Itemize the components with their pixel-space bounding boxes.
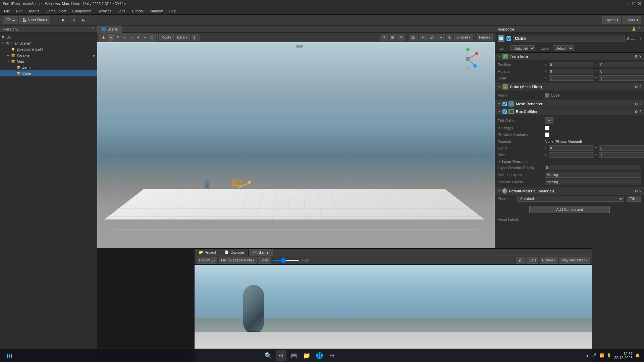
layer-overrides-header[interactable]: ▼ Layer Overrides	[498, 158, 641, 164]
game-stats-btn[interactable]: Stats	[526, 257, 538, 264]
game-scale-slider[interactable]	[272, 260, 299, 261]
tool-rotate[interactable]: ↻	[114, 34, 121, 41]
grid-btn[interactable]: ⊞	[389, 34, 396, 41]
menu-tutorial[interactable]: Tutorial	[129, 8, 146, 14]
transform-settings-icon[interactable]: ⚙	[635, 54, 638, 59]
material-header[interactable]: ▼ Default-Material (Material) ⚙ ?	[495, 187, 644, 195]
mesh-filter-header[interactable]: ▼ ⬡ Cube (Mesh Filter) ⚙ ?	[495, 83, 644, 90]
menu-component[interactable]: Component	[69, 8, 94, 14]
transform-help-icon[interactable]: ?	[639, 54, 641, 59]
rot-x-input[interactable]	[549, 69, 594, 74]
shader-select[interactable]: Standard	[517, 196, 624, 202]
scene-hidden-btn[interactable]: ⊘	[446, 34, 453, 41]
menu-jobs[interactable]: Jobs	[115, 8, 128, 14]
close-btn[interactable]: ✕	[638, 1, 641, 6]
hierarchy-add-icon[interactable]: +	[87, 27, 89, 31]
layer-override-priority-input[interactable]	[545, 165, 641, 170]
mesh-filter-settings-icon[interactable]: ⚙	[635, 85, 638, 89]
transform-header[interactable]: ▼ ⟲ Transform ⚙ ?	[495, 53, 644, 60]
taskbar-mic-icon[interactable]: 🎤	[592, 353, 597, 358]
vfx-btn[interactable]: ✦	[437, 34, 445, 41]
menu-edit[interactable]: Edit	[13, 8, 25, 14]
material-settings-icon[interactable]: ⚙	[635, 189, 638, 193]
scale-y-input[interactable]	[599, 75, 644, 81]
taskbar-network-icon[interactable]: 📶	[599, 353, 604, 358]
gamepad-taskbar-icon[interactable]: 🎮	[288, 350, 299, 361]
snap-settings[interactable]: ⚙	[380, 34, 388, 41]
hierarchy-zemin-row[interactable]: ▶ 📦 Zemin	[0, 64, 97, 70]
hierarchy-scene-row[interactable]: ▼ 🎬 mainScene* ⋮	[0, 40, 97, 46]
box-collider-enabled[interactable]	[502, 109, 507, 114]
hierarchy-dirlight-row[interactable]: ▶ 💡 Directional Light	[0, 46, 97, 52]
tool-custom3[interactable]: ⬡	[148, 34, 155, 41]
mesh-renderer-settings-icon[interactable]: ⚙	[635, 102, 638, 106]
box-collider-settings-icon[interactable]: ⚙	[635, 110, 638, 114]
size-x-input[interactable]	[549, 152, 594, 158]
center-y-input[interactable]	[599, 145, 644, 151]
tab-game[interactable]: 🎮 Game	[249, 249, 273, 256]
view-2d-btn[interactable]: 2D	[409, 34, 418, 41]
tag-select[interactable]: Untagged	[511, 45, 535, 51]
hierarchy-karakter-arrow-right[interactable]: ▶	[93, 54, 96, 57]
size-y-input[interactable]	[599, 152, 644, 158]
hierarchy-cube-row[interactable]: ▶ 📦 Cube	[0, 70, 97, 76]
tool-custom[interactable]: ✦	[135, 34, 142, 41]
taskbar-clock[interactable]: 19:57 22.12.2023	[614, 352, 633, 360]
game-gizmos-btn[interactable]: Gizmos ▾	[540, 257, 558, 264]
hierarchy-menu-icon[interactable]: ⋮	[91, 27, 94, 31]
play-button[interactable]: ▶	[59, 16, 68, 24]
box-collider-help-icon[interactable]: ?	[639, 110, 641, 114]
inspector-lock-icon[interactable]: 🔒	[632, 27, 636, 31]
obj-enabled-checkbox[interactable]	[506, 36, 511, 41]
menu-services[interactable]: Services	[95, 8, 114, 14]
tab-console[interactable]: 📋 Console	[220, 249, 248, 256]
start-btn[interactable]: ⊞	[4, 350, 15, 361]
local-dropdown[interactable]: Local ▾	[175, 34, 190, 41]
center-x-input[interactable]	[549, 145, 594, 151]
tool-rect[interactable]: ▭	[128, 34, 135, 41]
include-layers-dropdown[interactable]: Nothing	[545, 172, 641, 178]
menu-help[interactable]: Help	[166, 8, 179, 14]
taskbar-notification-icon[interactable]: 🔔	[635, 353, 640, 358]
menu-gameobject[interactable]: GameObject	[43, 8, 69, 14]
game-resolution-dropdown[interactable]: Full HD (644x362) ▾	[219, 257, 257, 264]
box-collider-header[interactable]: ▼ ⬛ Box Collider ⚙ ?	[495, 108, 644, 115]
taskbar-up-arrow[interactable]: ▲	[586, 354, 589, 358]
render-mode-dropdown[interactable]: Shaded ▾	[454, 34, 473, 41]
obj-name-field[interactable]: Cube	[513, 35, 625, 42]
inspector-menu-icon[interactable]: ⋮	[638, 27, 641, 31]
game-play-maximized-btn[interactable]: Play Maximized ▾	[559, 257, 590, 264]
minimize-btn[interactable]: ─	[627, 1, 630, 6]
exclude-layers-dropdown[interactable]: Nothing	[545, 179, 641, 185]
material-help-icon[interactable]: ?	[639, 189, 641, 193]
pause-button[interactable]: ⏸	[69, 16, 78, 24]
layer-select[interactable]: Default	[553, 45, 574, 51]
game-mute-btn[interactable]: 🔊	[516, 257, 525, 264]
gizmos-toggle[interactable]: 👁	[397, 34, 405, 41]
step-button[interactable]: ⏭	[79, 16, 88, 24]
pos-x-input[interactable]: 0	[549, 62, 594, 67]
scene-panel-menu[interactable]: ⋮	[488, 27, 495, 31]
viewport-collapse-indicator[interactable]	[296, 45, 303, 48]
hierarchy-map-row[interactable]: ▼ 📦 Map	[0, 58, 97, 64]
tab-scene[interactable]: 🌐 Scene	[97, 25, 122, 33]
is-trigger-checkbox[interactable]	[545, 126, 549, 130]
persp-dropdown[interactable]: Persp ▾	[477, 34, 493, 41]
selected-cube-gizmo[interactable]	[233, 179, 240, 186]
audio-btn[interactable]: 🔊	[428, 34, 436, 41]
edit-collider-btn[interactable]: ✏	[545, 117, 553, 124]
game-display-dropdown[interactable]: Display 1 ▾	[197, 257, 217, 264]
taskbar-battery-icon[interactable]: 🔋	[607, 353, 611, 358]
obj-static-dropdown-icon[interactable]: ▾	[640, 37, 641, 40]
pivot-dropdown[interactable]: Pivot ▾	[159, 34, 174, 41]
shader-edit-btn[interactable]: Edit...	[627, 196, 641, 202]
asset-store-btn[interactable]: 🏪 Asset Store ▾	[19, 16, 50, 24]
layout-btn[interactable]: Layout ▾	[623, 16, 641, 24]
tool-custom2[interactable]: ✦	[142, 34, 148, 41]
scale-input-box[interactable]: 1	[191, 34, 198, 41]
search-taskbar-icon[interactable]: 🔍	[263, 350, 274, 361]
add-component-btn[interactable]: Add Component	[529, 206, 610, 213]
pos-y-input[interactable]: 0	[599, 62, 644, 67]
menu-assets[interactable]: Assets	[26, 8, 42, 14]
account-btn[interactable]: GD ☁	[3, 16, 18, 24]
